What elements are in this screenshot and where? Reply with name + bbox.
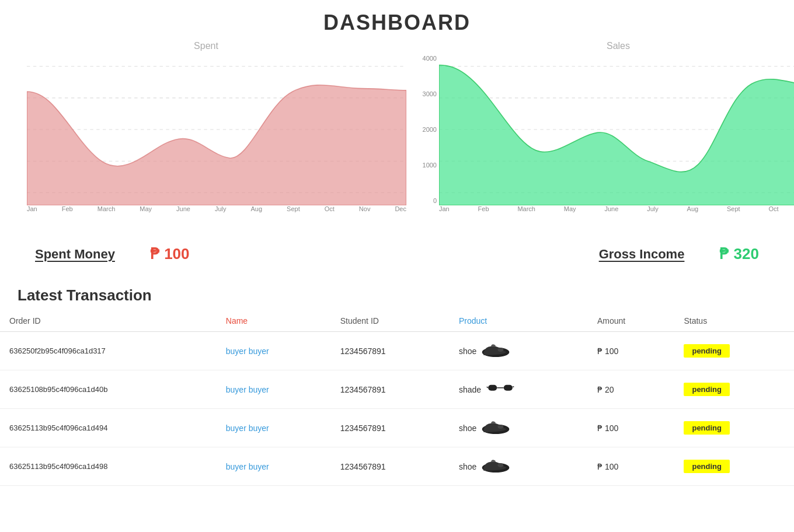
- shoe-icon: [481, 457, 510, 476]
- table-header-row: Order ID Name Student ID Product Amount …: [0, 310, 794, 332]
- cell-amount: ₱ 20: [588, 370, 674, 409]
- cell-order-id: 63625113b95c4f096ca1d498: [0, 447, 217, 486]
- svg-line-15: [487, 387, 489, 388]
- status-badge: pending: [684, 344, 730, 358]
- cell-student-id: 1234567891: [331, 447, 450, 486]
- col-order-id: Order ID: [0, 310, 217, 332]
- spent-y-labels: [6, 54, 27, 205]
- status-badge: pending: [684, 460, 730, 473]
- table-row: 63625113b95c4f096ca1d498 buyer buyer 123…: [0, 447, 794, 486]
- sales-chart-area: 0 1000 2000 3000 4000: [418, 54, 794, 205]
- cell-name: buyer buyer: [217, 409, 331, 447]
- cell-student-id: 1234567891: [331, 370, 450, 409]
- cell-amount: ₱ 100: [588, 409, 674, 447]
- status-badge: pending: [684, 383, 730, 396]
- sales-y-labels: 0 1000 2000 3000 4000: [418, 54, 439, 205]
- sales-chart-container: Sales 0 1000 2000 3000 4000 Jan F: [418, 41, 794, 228]
- table-row: 63625108b95c4f096ca1d40b buyer buyer 123…: [0, 370, 794, 409]
- spent-chart-container: Spent Jan Feb: [6, 41, 406, 228]
- cell-name: buyer buyer: [217, 447, 331, 486]
- cell-order-id: 63625113b95c4f096ca1d494: [0, 409, 217, 447]
- spent-x-labels: Jan Feb March May June July Aug Sept Oct…: [6, 205, 406, 212]
- col-amount: Amount: [588, 310, 674, 332]
- col-status: Status: [674, 310, 794, 332]
- sales-chart-title: Sales: [418, 41, 794, 51]
- spent-money-label: Spent Money: [35, 247, 115, 262]
- cell-product: shoe: [450, 447, 588, 486]
- product-name-text: shade: [459, 385, 481, 394]
- transaction-table: Order ID Name Student ID Product Amount …: [0, 310, 794, 486]
- cell-product: shoe: [450, 409, 588, 447]
- svg-point-11: [498, 348, 504, 352]
- spent-chart-title: Spent: [6, 41, 406, 51]
- svg-point-18: [498, 425, 504, 429]
- spent-money-value: ₱ 100: [150, 245, 190, 263]
- cell-status: pending: [674, 332, 794, 370]
- cell-status: pending: [674, 447, 794, 486]
- shoe-icon: [481, 341, 510, 360]
- cell-student-id: 1234567891: [331, 332, 450, 370]
- status-badge: pending: [684, 421, 730, 435]
- cell-status: pending: [674, 370, 794, 409]
- shoe-icon: [481, 418, 510, 438]
- summary-row: Spent Money ₱ 100 Gross Income ₱ 320: [0, 233, 794, 275]
- shade-icon: [486, 380, 515, 399]
- col-student-id: Student ID: [331, 310, 450, 332]
- svg-point-20: [498, 463, 504, 467]
- sales-chart-svg: [439, 54, 794, 205]
- cell-name: buyer buyer: [217, 370, 331, 409]
- svg-rect-13: [504, 385, 513, 391]
- cell-order-id: 63625108b95c4f096ca1d40b: [0, 370, 217, 409]
- cell-status: pending: [674, 409, 794, 447]
- cell-product: shoe: [450, 332, 588, 370]
- spent-chart-area: [6, 54, 406, 205]
- gross-income-label: Gross Income: [599, 247, 685, 262]
- cell-order-id: 636250f2b95c4f096ca1d317: [0, 332, 217, 370]
- gross-income-value: ₱ 320: [719, 245, 759, 263]
- spent-chart-svg: [27, 54, 406, 205]
- table-row: 636250f2b95c4f096ca1d317 buyer buyer 123…: [0, 332, 794, 370]
- page-title: DASHBOARD: [0, 0, 794, 41]
- table-row: 63625113b95c4f096ca1d494 buyer buyer 123…: [0, 409, 794, 447]
- charts-row: Spent Jan Feb: [0, 41, 794, 228]
- col-product: Product: [450, 310, 588, 332]
- cell-amount: ₱ 100: [588, 332, 674, 370]
- product-name-text: shoe: [459, 462, 476, 471]
- product-name-text: shoe: [459, 424, 476, 433]
- summary-left: Spent Money ₱ 100: [35, 245, 397, 263]
- cell-product: shade: [450, 370, 588, 409]
- svg-rect-12: [488, 385, 497, 391]
- product-name-text: shoe: [459, 346, 476, 356]
- sales-x-labels: Jan Feb March May June July Aug Sept Oct…: [418, 205, 794, 212]
- transactions-section-title: Latest Transaction: [0, 281, 794, 310]
- cell-amount: ₱ 100: [588, 447, 674, 486]
- col-name: Name: [217, 310, 331, 332]
- summary-right: Gross Income ₱ 320: [397, 245, 759, 263]
- cell-student-id: 1234567891: [331, 409, 450, 447]
- cell-name: buyer buyer: [217, 332, 331, 370]
